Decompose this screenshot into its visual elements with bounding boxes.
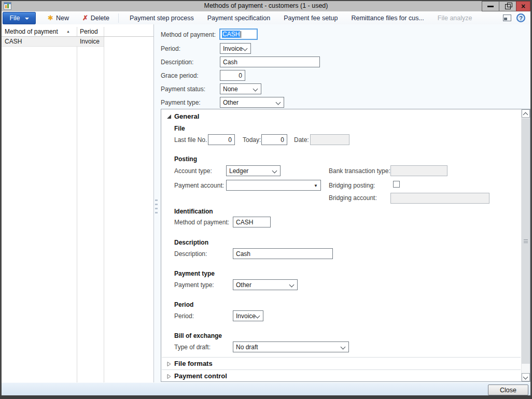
payment-status-select[interactable]: None: [220, 83, 261, 94]
grace-period-label: Grace period:: [161, 72, 199, 79]
close-icon: ×: [521, 2, 525, 10]
detail-description-label: Description:: [174, 250, 207, 258]
chevron-down-icon: [25, 18, 29, 20]
splitter-handle[interactable]: [155, 200, 158, 214]
new-icon: ✱: [48, 15, 53, 21]
chevron-down-icon: [289, 282, 295, 288]
scrollbar-thumb[interactable]: [522, 118, 530, 364]
table-row[interactable]: CASH Invoice: [2, 37, 104, 47]
detail-payment-type-select[interactable]: Other: [233, 279, 298, 290]
period-label: Period:: [161, 45, 180, 52]
payment-account-combo[interactable]: ▼: [226, 180, 321, 191]
grace-period-value: 0: [239, 72, 242, 79]
date-label: Date:: [294, 136, 309, 144]
new-button-label: New: [56, 15, 69, 22]
sort-ascending-icon: ▲: [66, 30, 70, 33]
account-type-label: Account type:: [174, 167, 212, 175]
help-icon[interactable]: ?: [516, 13, 525, 22]
close-button[interactable]: Close: [488, 384, 528, 395]
restore-icon: [505, 4, 511, 9]
cell-period: Invoice: [80, 38, 100, 45]
file-menu-button[interactable]: File: [3, 12, 36, 24]
chevron-down-icon: [243, 46, 248, 51]
type-of-draft-select[interactable]: No draft: [233, 341, 349, 352]
expand-section-icon[interactable]: [166, 374, 172, 379]
window-title: Methods of payment - customers (1 - used…: [2, 2, 530, 9]
last-file-no-value: 0: [228, 136, 232, 144]
section-payment-control-header[interactable]: Payment control: [174, 372, 227, 380]
chevron-down-icon: [253, 87, 258, 92]
menu-item-payment-fee-setup[interactable]: Payment fee setup: [277, 15, 344, 22]
scroll-up-button[interactable]: [522, 109, 530, 118]
section-file-formats-header[interactable]: File formats: [174, 360, 213, 367]
bridging-account-label: Bridging account:: [329, 194, 377, 202]
collapse-section-icon[interactable]: [166, 114, 172, 119]
group-description-title: Description: [174, 239, 208, 246]
group-period-title: Period: [174, 301, 193, 308]
payment-status-label: Payment status:: [161, 86, 205, 93]
toolbar: File ✱ New ✗ Delete Payment step process…: [2, 11, 530, 24]
title-bar: Methods of payment - customers (1 - used…: [2, 1, 530, 11]
grid-header-period[interactable]: Period: [80, 28, 98, 35]
type-of-draft-label: Type of draft:: [174, 344, 211, 351]
header-form: Method of payment: CASH Period: Invoice …: [161, 24, 530, 109]
account-type-select[interactable]: Ledger: [226, 165, 281, 176]
description-input[interactable]: Cash: [220, 56, 320, 67]
application-window: Methods of payment - customers (1 - used…: [0, 0, 532, 399]
minimize-button[interactable]: [482, 1, 499, 11]
cell-method-of-payment: CASH: [5, 38, 22, 45]
identification-method-of-payment-value: CASH: [236, 219, 253, 226]
payment-status-value: None: [223, 86, 238, 93]
new-button[interactable]: ✱ New: [43, 12, 74, 24]
method-of-payment-input[interactable]: CASH: [219, 28, 258, 40]
menu-item-payment-step-process[interactable]: Payment step process: [123, 15, 201, 22]
window-border-left: [0, 0, 2, 399]
identification-method-of-payment-label: Method of payment:: [174, 219, 229, 226]
detail-period-select[interactable]: Invoice: [233, 310, 263, 321]
bridging-posting-checkbox[interactable]: [393, 181, 400, 188]
delete-button[interactable]: ✗ Delete: [78, 12, 114, 24]
chevron-down-icon: [276, 100, 281, 105]
payment-type-select[interactable]: Other: [220, 97, 284, 108]
window-border-top: [0, 0, 532, 1]
expand-section-icon[interactable]: [166, 362, 172, 367]
today-input[interactable]: 0: [261, 134, 287, 145]
menu-item-file-analyze: File analyze: [431, 15, 479, 22]
close-window-button[interactable]: ×: [516, 1, 530, 11]
menu-item-remittance-files[interactable]: Remittance files for cus...: [344, 15, 430, 22]
today-value: 0: [281, 136, 284, 144]
payment-type-value: Other: [223, 99, 239, 106]
bank-transaction-type-label: Bank transaction type:: [329, 167, 390, 175]
restore-button[interactable]: [499, 1, 516, 11]
file-menu-label: File: [9, 15, 20, 22]
minimize-icon: [487, 6, 494, 7]
chevron-down-icon: [523, 375, 528, 380]
grace-period-input[interactable]: 0: [220, 70, 245, 81]
group-file-title: File: [174, 125, 185, 132]
chevron-down-icon: [255, 314, 260, 319]
description-label: Description:: [161, 59, 193, 66]
detail-payment-type-value: Other: [236, 281, 251, 289]
section-general-header[interactable]: General: [174, 112, 199, 120]
method-of-payment-label: Method of payment:: [161, 31, 216, 38]
payment-type-label: Payment type:: [161, 99, 201, 106]
toolbar-separator: [118, 13, 119, 23]
type-of-draft-value: No draft: [236, 344, 258, 351]
layout-icon[interactable]: [503, 15, 511, 21]
grid-header-method-of-payment[interactable]: Method of payment: [5, 28, 58, 35]
menu-item-payment-specification[interactable]: Payment specification: [201, 15, 277, 22]
last-file-no-input[interactable]: 0: [208, 134, 235, 145]
chevron-down-icon: [272, 168, 277, 174]
group-posting-title: Posting: [174, 155, 197, 163]
last-file-no-label: Last file No.: [174, 136, 207, 144]
vertical-scrollbar[interactable]: [521, 109, 530, 381]
bank-transaction-type-input: [390, 165, 447, 176]
identification-method-of-payment-input[interactable]: CASH: [233, 217, 271, 227]
grid-column-divider: [104, 27, 104, 382]
period-select[interactable]: Invoice: [220, 43, 251, 54]
group-bill-of-exchange-title: Bill of exchange: [174, 332, 222, 339]
detail-description-input[interactable]: Cash: [233, 248, 333, 259]
scroll-down-button[interactable]: [522, 373, 530, 381]
account-type-value: Ledger: [229, 167, 248, 175]
text-caret: [241, 31, 241, 38]
